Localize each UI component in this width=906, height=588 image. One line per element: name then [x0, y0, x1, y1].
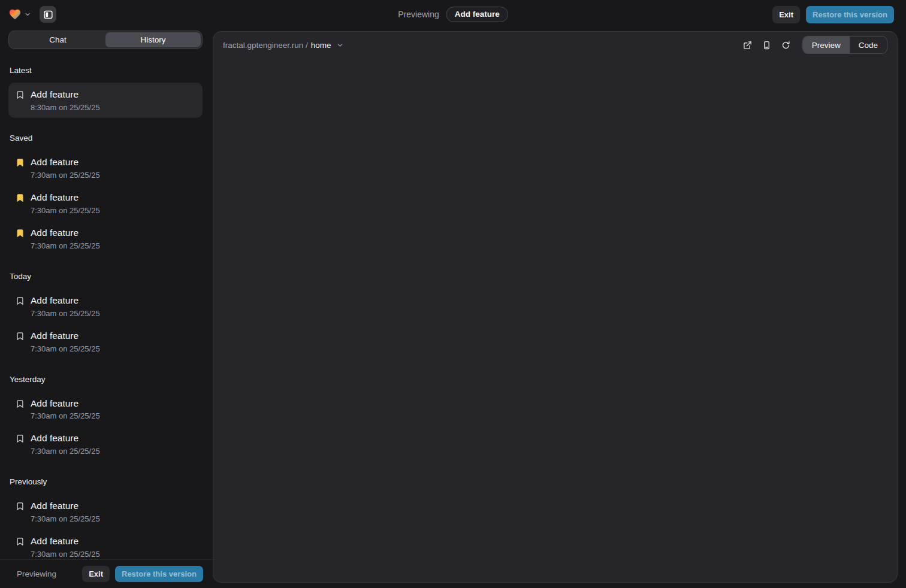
sidebar-footer: Previewing Exit Restore this version [0, 559, 213, 588]
bookmark-icon [16, 90, 25, 99]
external-link-icon [743, 41, 752, 50]
restore-version-button[interactable]: Restore this version [806, 6, 894, 23]
chevron-down-icon [24, 11, 31, 18]
history-item[interactable]: Add feature 7:30am on 25/25/25 [8, 324, 203, 359]
bookmark-icon [16, 158, 25, 167]
section-items: Add feature 7:30am on 25/25/25 Add featu… [8, 494, 203, 559]
history-item[interactable]: Add feature 7:30am on 25/25/25 [8, 529, 203, 559]
history-item-timestamp: 7:30am on 25/25/25 [31, 411, 100, 420]
history-item[interactable]: Add feature 8:30am on 25/25/25 [8, 83, 203, 118]
history-sidebar: Chat History Latest Add feature 8:30am o… [0, 29, 213, 588]
bookmark-icon [16, 537, 25, 546]
history-item-timestamp: 7:30am on 25/25/25 [31, 514, 100, 523]
footer-exit-button[interactable]: Exit [82, 566, 110, 582]
history-item-title: Add feature [31, 295, 100, 307]
history-item[interactable]: Add feature 7:30am on 25/25/25 [8, 221, 203, 256]
url-selector[interactable]: fractal.gptengineer.run / home [223, 41, 344, 50]
history-item-title: Add feature [31, 432, 100, 445]
history-item-title: Add feature [31, 156, 100, 169]
url-page: home [311, 41, 331, 50]
history-item-title: Add feature [31, 330, 100, 343]
bookmark-icon [16, 229, 25, 238]
heart-logo-icon [8, 8, 22, 21]
history-section: Previously Add feature 7:30am on 25/25/2… [8, 477, 203, 559]
history-section: Latest Add feature 8:30am on 25/25/25 [8, 66, 203, 118]
history-item-timestamp: 7:30am on 25/25/25 [31, 550, 100, 559]
history-list: Latest Add feature 8:30am on 25/25/25 Sa… [0, 50, 213, 559]
bookmark-icon [16, 502, 25, 511]
section-header: Latest [10, 66, 203, 75]
history-section: Today Add feature 7:30am on 25/25/25 Add… [8, 272, 203, 359]
section-items: Add feature 8:30am on 25/25/25 [8, 83, 203, 118]
preview-code-toggle: Preview Code [802, 36, 887, 54]
history-item-title: Add feature [31, 398, 100, 410]
history-item-timestamp: 7:30am on 25/25/25 [31, 309, 100, 318]
history-item[interactable]: Add feature 7:30am on 25/25/25 [8, 426, 203, 462]
history-item-title: Add feature [31, 500, 100, 513]
bookmark-icon [16, 434, 25, 443]
history-item-title: Add feature [31, 89, 100, 101]
history-item-title: Add feature [31, 535, 100, 548]
url-prefix: fractal.gptengineer.run / [223, 41, 308, 50]
footer-restore-version-button[interactable]: Restore this version [115, 566, 203, 582]
history-section: Yesterday Add feature 7:30am on 25/25/25… [8, 375, 203, 462]
history-item-title: Add feature [31, 227, 100, 240]
sidebar-toggle-button[interactable] [40, 6, 56, 23]
preview-header: fractal.gptengineer.run / home [213, 32, 897, 58]
footer-previewing-label: Previewing [17, 569, 56, 578]
history-item[interactable]: Add feature 7:30am on 25/25/25 [8, 150, 203, 186]
section-items: Add feature 7:30am on 25/25/25 Add featu… [8, 289, 203, 359]
tab-history[interactable]: History [105, 32, 201, 47]
bookmark-icon [16, 296, 25, 305]
history-section: Saved Add feature 7:30am on 25/25/25 Add… [8, 134, 203, 256]
bookmark-icon [16, 193, 25, 202]
refresh-icon [781, 41, 790, 50]
smartphone-icon [762, 41, 771, 50]
bookmark-icon [16, 332, 25, 341]
open-external-button[interactable] [740, 37, 756, 53]
history-item[interactable]: Add feature 7:30am on 25/25/25 [8, 494, 203, 529]
history-item-timestamp: 7:30am on 25/25/25 [31, 447, 100, 456]
exit-button[interactable]: Exit [772, 6, 800, 23]
history-item-timestamp: 8:30am on 25/25/25 [31, 103, 100, 112]
chat-history-tabs: Chat History [8, 31, 203, 49]
tab-code[interactable]: Code [850, 37, 887, 53]
history-item[interactable]: Add feature 7:30am on 25/25/25 [8, 186, 203, 221]
bookmark-icon [16, 399, 25, 408]
section-header: Today [10, 272, 203, 281]
preview-viewport[interactable] [213, 58, 897, 582]
history-item-title: Add feature [31, 192, 100, 204]
tab-preview[interactable]: Preview [803, 37, 850, 53]
app-logo-menu[interactable] [8, 8, 31, 21]
refresh-button[interactable] [778, 37, 794, 53]
panel-left-icon [43, 10, 53, 20]
tab-chat[interactable]: Chat [10, 32, 105, 47]
mobile-view-button[interactable] [759, 37, 775, 53]
section-header: Yesterday [10, 375, 203, 384]
section-header: Saved [10, 134, 203, 143]
preview-panel: fractal.gptengineer.run / home [213, 31, 898, 583]
chevron-down-icon [336, 41, 344, 49]
section-items: Add feature 7:30am on 25/25/25 Add featu… [8, 150, 203, 256]
version-badge[interactable]: Add feature [446, 7, 508, 22]
previewing-label: Previewing [398, 10, 439, 19]
history-item-timestamp: 7:30am on 25/25/25 [31, 344, 100, 353]
history-item-timestamp: 7:30am on 25/25/25 [31, 206, 100, 215]
history-item[interactable]: Add feature 7:30am on 25/25/25 [8, 289, 203, 324]
history-item[interactable]: Add feature 7:30am on 25/25/25 [8, 392, 203, 427]
section-header: Previously [10, 477, 203, 486]
history-item-timestamp: 7:30am on 25/25/25 [31, 241, 100, 250]
history-item-timestamp: 7:30am on 25/25/25 [31, 171, 100, 180]
topbar: Previewing Add feature Exit Restore this… [0, 0, 906, 29]
section-items: Add feature 7:30am on 25/25/25 Add featu… [8, 392, 203, 462]
